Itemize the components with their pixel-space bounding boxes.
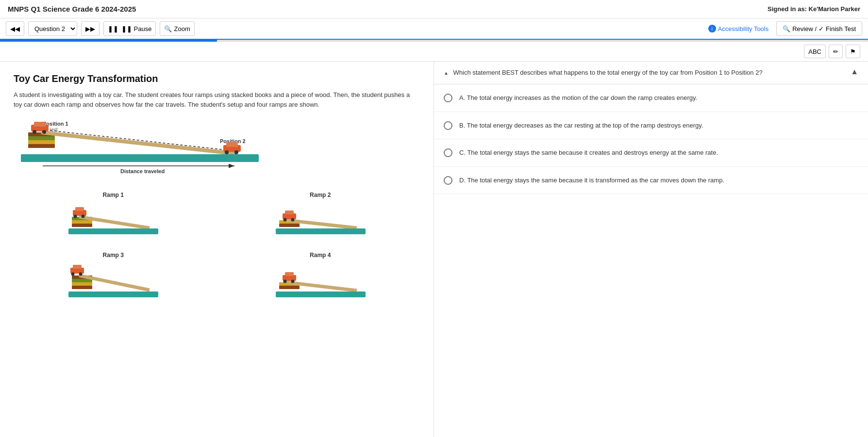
passage-title: Toy Car Energy Transformation xyxy=(14,73,420,84)
svg-rect-3 xyxy=(28,144,55,148)
choice-c-text: C. The total energy stays the same becau… xyxy=(459,148,718,158)
svg-rect-40 xyxy=(72,279,92,282)
svg-point-28 xyxy=(82,215,85,218)
ramps-grid: Ramp 1 Ra xyxy=(14,192,420,305)
back-button[interactable]: ◀◀ xyxy=(6,21,24,36)
flag-icon: ⚑ xyxy=(850,48,856,55)
signed-in-label: Signed in as: xyxy=(768,5,807,13)
accessibility-button[interactable]: i Accessibility Tools xyxy=(704,23,773,34)
svg-rect-34 xyxy=(285,210,294,214)
ramp3-svg xyxy=(65,261,162,305)
main-diagram-svg: Position 1 at rest Position 2 xyxy=(14,119,266,182)
accessibility-icon: i xyxy=(708,25,716,32)
svg-rect-44 xyxy=(73,265,82,269)
ramp2-item: Ramp 2 xyxy=(221,192,420,240)
svg-point-12 xyxy=(42,130,46,134)
svg-point-36 xyxy=(291,218,294,222)
svg-point-27 xyxy=(74,215,77,218)
ramp1-svg xyxy=(65,201,162,240)
forward-button[interactable]: ▶▶ xyxy=(81,21,100,36)
svg-rect-39 xyxy=(72,282,92,286)
svg-rect-48 xyxy=(279,286,300,289)
choice-a[interactable]: A. The total energy increases as the mot… xyxy=(434,84,868,112)
abc-tool-button[interactable]: ABC xyxy=(804,45,826,58)
choice-d[interactable]: D. The total energy stays the same becau… xyxy=(434,167,868,194)
svg-point-46 xyxy=(79,273,83,276)
right-panel: ▲ Which statement BEST describes what ha… xyxy=(434,62,868,437)
edit-tool-button[interactable]: ✏ xyxy=(829,45,843,58)
svg-point-16 xyxy=(234,150,238,154)
ramp4-svg xyxy=(272,261,369,305)
left-panel: Toy Car Energy Transformation A student … xyxy=(0,62,434,437)
check-icon: ✓ xyxy=(818,25,824,32)
svg-rect-21 xyxy=(72,224,92,227)
nav-bar: ◀◀ Question 2 Question 1 Question 3 ▶▶ ❚… xyxy=(0,18,868,40)
radio-d[interactable] xyxy=(444,176,452,185)
svg-point-35 xyxy=(283,218,286,222)
pause-button[interactable]: ❚❚ ❚❚ Pause xyxy=(103,21,156,36)
svg-point-53 xyxy=(283,280,286,283)
answer-choices: A. The total energy increases as the mot… xyxy=(434,84,868,194)
passage-text: A student is investigating with a toy ca… xyxy=(14,90,420,109)
choice-b[interactable]: B. The total energy decreases as the car… xyxy=(434,112,868,140)
svg-rect-5 xyxy=(28,136,55,140)
radio-b[interactable] xyxy=(444,121,452,130)
main-content: Toy Car Energy Transformation A student … xyxy=(0,62,868,437)
radio-c[interactable] xyxy=(444,148,452,157)
choice-b-text: B. The total energy decreases as the car… xyxy=(459,121,703,130)
ramp2-label: Ramp 2 xyxy=(310,192,331,198)
ramp2-svg xyxy=(272,201,369,240)
pencil-icon: ✏ xyxy=(833,48,838,55)
ramp3-item: Ramp 3 xyxy=(14,252,213,305)
zoom-icon: 🔍 xyxy=(164,25,172,32)
radio-a[interactable] xyxy=(444,94,452,102)
svg-rect-47 xyxy=(68,291,158,297)
svg-point-45 xyxy=(71,273,75,276)
signed-in-info: Signed in as: Ke'Marion Parker xyxy=(768,5,860,13)
svg-point-11 xyxy=(33,130,36,134)
choice-a-text: A. The total energy increases as the mot… xyxy=(459,93,697,103)
svg-point-15 xyxy=(225,150,229,154)
svg-line-7 xyxy=(41,132,237,154)
svg-rect-14 xyxy=(226,142,238,147)
svg-rect-17 xyxy=(21,154,259,162)
svg-rect-29 xyxy=(68,228,158,234)
question-header: ▲ Which statement BEST describes what ha… xyxy=(434,62,868,84)
ramp4-item: Ramp 4 xyxy=(221,252,420,305)
top-header: MNPS Q1 Science Grade 6 2024-2025 Signed… xyxy=(0,0,868,18)
question-text: ▲ Which statement BEST describes what ha… xyxy=(444,68,851,77)
svg-line-8 xyxy=(41,129,234,151)
svg-text:Distance traveled: Distance traveled xyxy=(120,168,165,174)
question-triangle: ▲ xyxy=(444,70,449,76)
user-name: Ke'Marion Parker xyxy=(809,5,860,13)
svg-rect-37 xyxy=(276,228,366,234)
ramp1-label: Ramp 1 xyxy=(103,192,124,198)
pause-icon: ❚❚ xyxy=(108,25,118,32)
ramp3-label: Ramp 3 xyxy=(103,252,124,259)
svg-rect-55 xyxy=(276,291,366,297)
ramp1-item: Ramp 1 xyxy=(14,192,213,240)
choice-d-text: D. The total energy stays the same becau… xyxy=(459,176,724,185)
svg-rect-26 xyxy=(75,207,84,211)
question-select[interactable]: Question 2 Question 1 Question 3 xyxy=(28,21,77,36)
svg-rect-22 xyxy=(72,220,92,224)
collapse-button[interactable]: ▲ xyxy=(851,67,858,76)
ramp4-label: Ramp 4 xyxy=(310,252,331,259)
nav-right: i Accessibility Tools 🔍 Review / ✓ Finis… xyxy=(704,21,862,36)
svg-rect-52 xyxy=(285,272,294,276)
svg-rect-30 xyxy=(279,224,300,227)
svg-rect-4 xyxy=(28,140,55,144)
review-finish-button[interactable]: 🔍 Review / ✓ Finish Test xyxy=(776,21,862,36)
nav-left: ◀◀ Question 2 Question 1 Question 3 ▶▶ ❚… xyxy=(6,21,195,36)
tools-bar: ABC ✏ ⚑ xyxy=(0,42,868,62)
svg-rect-10 xyxy=(34,122,46,127)
svg-rect-38 xyxy=(72,286,92,289)
search-icon: 🔍 xyxy=(783,25,790,32)
zoom-button[interactable]: 🔍 Zoom xyxy=(160,21,194,36)
app-title: MNPS Q1 Science Grade 6 2024-2025 xyxy=(8,5,136,13)
choice-c[interactable]: C. The total energy stays the same becau… xyxy=(434,139,868,167)
flag-tool-button[interactable]: ⚑ xyxy=(846,45,860,58)
svg-point-54 xyxy=(291,280,294,283)
main-diagram: Position 1 at rest Position 2 xyxy=(14,119,420,182)
